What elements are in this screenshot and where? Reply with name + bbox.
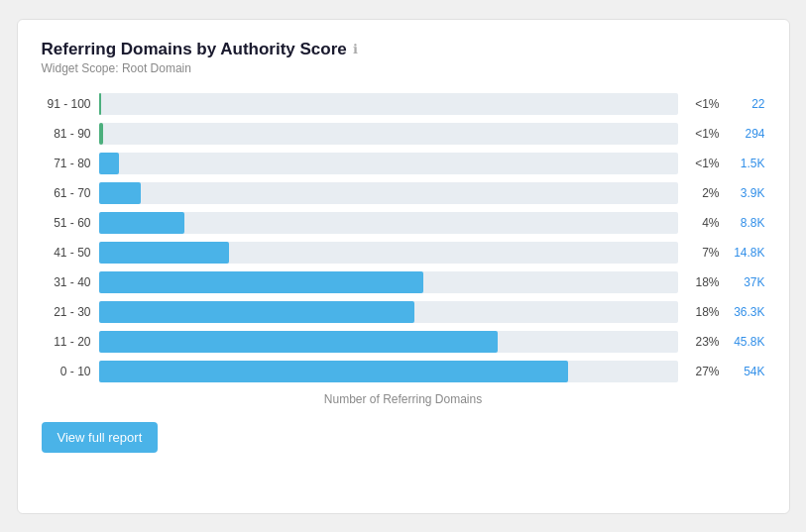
bar-count-label: 54K — [728, 365, 765, 378]
bar-fill — [99, 93, 102, 115]
bar-row: 0 - 1027%54K — [42, 359, 765, 384]
bar-label: 0 - 10 — [42, 365, 91, 378]
bar-label: 51 - 60 — [42, 216, 91, 230]
bar-fill — [99, 361, 568, 382]
bar-count-label: 36.3K — [728, 305, 765, 319]
bar-pct-label: 18% — [686, 305, 720, 319]
bar-count-label: 22 — [728, 97, 765, 111]
bar-fill — [99, 123, 104, 145]
bar-label: 21 - 30 — [42, 305, 91, 319]
x-axis-label: Number of Referring Domains — [42, 392, 765, 406]
bar-count-label: 1.5K — [728, 157, 765, 170]
bar-fill — [99, 301, 414, 323]
bar-track — [99, 212, 678, 234]
bar-count-label: 294 — [728, 127, 765, 141]
bar-pct-label: 4% — [686, 216, 720, 230]
bar-track — [99, 93, 678, 115]
widget-title: Referring Domains by Authority Score — [42, 40, 347, 59]
widget-subtitle: Widget Scope: Root Domain — [42, 61, 765, 75]
bar-track — [99, 123, 678, 145]
bar-track — [99, 301, 678, 323]
widget-card: Referring Domains by Authority Score ℹ W… — [17, 19, 790, 514]
bar-row: 91 - 100<1%22 — [42, 91, 765, 117]
bar-label: 31 - 40 — [42, 275, 91, 289]
bar-row: 31 - 4018%37K — [42, 269, 765, 295]
bar-label: 61 - 70 — [42, 186, 91, 200]
bar-fill — [99, 153, 119, 174]
bar-pct-label: 27% — [686, 365, 720, 378]
bar-label: 71 - 80 — [42, 157, 91, 170]
bar-fill — [99, 212, 184, 234]
bar-row: 21 - 3018%36.3K — [42, 299, 765, 325]
bar-pct-label: 18% — [686, 275, 720, 289]
bar-track — [99, 361, 678, 382]
bar-track — [99, 242, 678, 264]
bar-fill — [99, 331, 499, 353]
bar-pct-label: 2% — [686, 186, 720, 200]
bar-label: 41 - 50 — [42, 246, 91, 260]
bar-label: 11 - 20 — [42, 335, 91, 349]
bar-track — [99, 182, 678, 204]
bar-row: 81 - 90<1%294 — [42, 121, 765, 147]
bar-fill — [99, 271, 423, 293]
bar-count-label: 8.8K — [728, 216, 765, 230]
bar-row: 71 - 80<1%1.5K — [42, 151, 765, 176]
bar-track — [99, 271, 678, 293]
bar-label: 81 - 90 — [42, 127, 91, 141]
bar-label: 91 - 100 — [42, 97, 91, 111]
bar-row: 61 - 702%3.9K — [42, 180, 765, 206]
bar-row: 51 - 604%8.8K — [42, 210, 765, 236]
bar-pct-label: 23% — [686, 335, 720, 349]
bar-pct-label: <1% — [686, 157, 720, 170]
bar-row: 41 - 507%14.8K — [42, 240, 765, 266]
chart-area: 91 - 100<1%2281 - 90<1%29471 - 80<1%1.5K… — [42, 91, 765, 384]
bar-row: 11 - 2023%45.8K — [42, 329, 765, 355]
bar-count-label: 3.9K — [728, 186, 765, 200]
bar-fill — [99, 182, 141, 204]
bar-pct-label: <1% — [686, 127, 720, 141]
bar-pct-label: <1% — [686, 97, 720, 111]
bar-count-label: 45.8K — [728, 335, 765, 349]
bar-pct-label: 7% — [686, 246, 720, 260]
bar-fill — [99, 242, 229, 264]
bar-count-label: 37K — [728, 275, 765, 289]
view-full-report-button[interactable]: View full report — [42, 422, 159, 453]
info-icon[interactable]: ℹ — [353, 42, 358, 56]
bar-count-label: 14.8K — [728, 246, 765, 260]
bar-track — [99, 331, 678, 353]
bar-track — [99, 153, 678, 174]
